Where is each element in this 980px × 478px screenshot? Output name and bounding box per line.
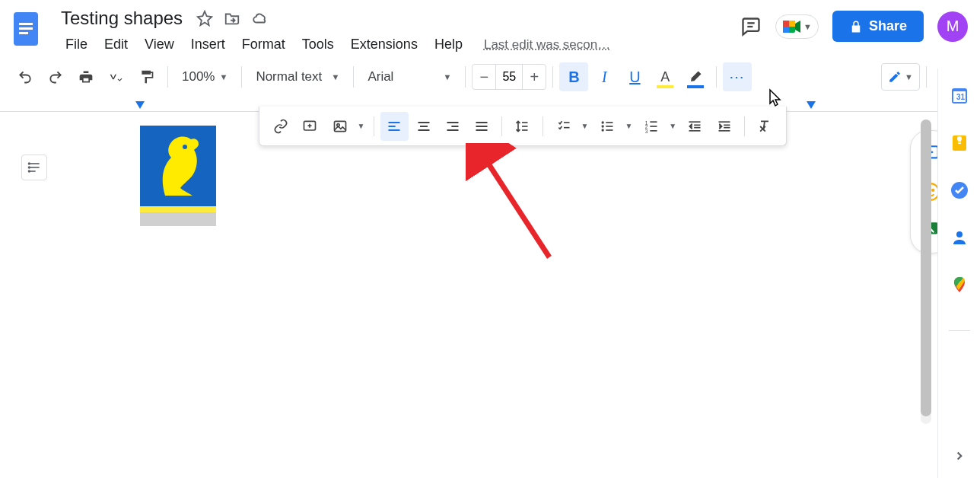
font-family-dropdown[interactable]: Arial▼ bbox=[360, 62, 459, 91]
bulleted-list-button[interactable] bbox=[593, 112, 622, 141]
chevron-down-icon[interactable]: ▼ bbox=[666, 122, 679, 130]
menu-view[interactable]: View bbox=[137, 33, 182, 56]
tasks-app-icon[interactable] bbox=[950, 181, 969, 199]
chevron-down-icon[interactable]: ▼ bbox=[578, 122, 592, 130]
separator bbox=[353, 66, 354, 88]
align-center-button[interactable] bbox=[410, 112, 438, 141]
separator bbox=[744, 116, 745, 136]
show-outline-button[interactable] bbox=[21, 155, 47, 180]
svg-rect-70 bbox=[958, 142, 961, 144]
menu-format[interactable]: Format bbox=[234, 33, 293, 56]
contacts-app-icon[interactable] bbox=[950, 228, 969, 247]
document-title[interactable]: Testing shapes bbox=[58, 6, 186, 30]
separator bbox=[949, 330, 970, 331]
clear-formatting-button[interactable] bbox=[751, 112, 778, 141]
comment-history-icon[interactable] bbox=[740, 16, 762, 37]
svg-text:31: 31 bbox=[956, 93, 966, 101]
decrease-indent-button[interactable] bbox=[681, 112, 708, 141]
scrollbar-thumb[interactable] bbox=[921, 120, 931, 416]
chevron-down-icon[interactable]: ▼ bbox=[622, 122, 635, 130]
lock-icon bbox=[849, 20, 863, 33]
svg-rect-3 bbox=[19, 32, 28, 34]
paragraph-style-dropdown[interactable]: Normal text▼ bbox=[248, 62, 347, 91]
last-edit-link[interactable]: Last edit was secon… bbox=[484, 37, 610, 53]
text-color-button[interactable]: A bbox=[651, 62, 679, 91]
calendar-app-icon[interactable]: 31 bbox=[950, 87, 969, 105]
knight-icon bbox=[150, 132, 206, 200]
chevron-down-icon[interactable]: ▼ bbox=[355, 122, 368, 130]
document-canvas[interactable] bbox=[0, 112, 980, 470]
cloud-status-icon[interactable] bbox=[251, 10, 269, 27]
svg-rect-13 bbox=[334, 121, 345, 131]
numbered-list-button[interactable]: 123 bbox=[637, 112, 666, 141]
svg-point-32 bbox=[602, 121, 604, 123]
svg-rect-8 bbox=[789, 21, 795, 27]
menu-edit[interactable]: Edit bbox=[97, 33, 135, 56]
docs-logo[interactable] bbox=[12, 11, 40, 47]
maps-app-icon[interactable] bbox=[950, 276, 969, 294]
share-button[interactable]: Share bbox=[832, 11, 924, 42]
star-icon[interactable] bbox=[196, 10, 213, 27]
separator bbox=[501, 116, 502, 136]
move-icon[interactable] bbox=[224, 10, 240, 27]
bold-button[interactable]: B bbox=[559, 62, 588, 91]
meet-button[interactable]: ▼ bbox=[775, 14, 819, 39]
menu-tools[interactable]: Tools bbox=[294, 33, 342, 56]
vertical-scrollbar[interactable] bbox=[921, 120, 931, 424]
align-justify-button[interactable] bbox=[468, 112, 495, 141]
chevron-down-icon: ▼ bbox=[905, 72, 913, 81]
separator bbox=[374, 116, 374, 136]
separator bbox=[465, 66, 466, 88]
chevron-down-icon: ▼ bbox=[443, 72, 451, 81]
editing-mode-dropdown[interactable]: ▼ bbox=[881, 63, 920, 91]
side-panel-toggle[interactable] bbox=[953, 449, 966, 463]
separator bbox=[241, 66, 242, 88]
inserted-image[interactable] bbox=[140, 126, 216, 226]
highlight-color-button[interactable] bbox=[681, 62, 710, 91]
font-size-decrease[interactable]: − bbox=[473, 69, 495, 86]
checklist-button[interactable] bbox=[549, 112, 578, 141]
svg-point-59 bbox=[29, 170, 30, 172]
svg-rect-1 bbox=[19, 23, 33, 25]
side-panel-rail: 31 bbox=[937, 69, 980, 478]
italic-button[interactable]: I bbox=[590, 62, 619, 91]
spellcheck-button[interactable] bbox=[102, 62, 131, 91]
menu-extensions[interactable]: Extensions bbox=[343, 33, 425, 56]
svg-point-57 bbox=[29, 163, 30, 164]
insert-image-button[interactable] bbox=[326, 112, 355, 141]
chevron-down-icon: ▼ bbox=[331, 72, 339, 81]
svg-text:3: 3 bbox=[645, 129, 648, 134]
menu-file[interactable]: File bbox=[58, 33, 95, 56]
svg-rect-9 bbox=[783, 27, 789, 33]
line-spacing-button[interactable] bbox=[508, 112, 536, 141]
add-comment-button[interactable] bbox=[296, 112, 323, 141]
svg-point-58 bbox=[29, 167, 30, 168]
menu-help[interactable]: Help bbox=[427, 33, 470, 56]
align-right-button[interactable] bbox=[439, 112, 466, 141]
account-avatar[interactable]: M bbox=[937, 11, 968, 42]
svg-point-33 bbox=[602, 125, 604, 127]
svg-rect-35 bbox=[606, 122, 613, 123]
font-size-increase[interactable]: + bbox=[523, 69, 546, 86]
keep-app-icon[interactable] bbox=[950, 134, 969, 152]
font-size-input[interactable] bbox=[495, 65, 523, 89]
underline-button[interactable]: U bbox=[620, 62, 649, 91]
redo-button[interactable] bbox=[41, 62, 70, 91]
more-options-button[interactable]: ⋯ bbox=[723, 62, 752, 91]
increase-indent-button[interactable] bbox=[710, 112, 737, 141]
svg-point-72 bbox=[956, 231, 963, 237]
svg-rect-36 bbox=[606, 126, 613, 127]
insert-link-button[interactable] bbox=[267, 112, 294, 141]
menu-insert[interactable]: Insert bbox=[183, 33, 233, 56]
svg-rect-2 bbox=[19, 27, 33, 30]
zoom-dropdown[interactable]: 100%▼ bbox=[174, 62, 235, 91]
svg-rect-7 bbox=[783, 21, 789, 27]
separator bbox=[552, 66, 553, 88]
paint-format-button[interactable] bbox=[132, 62, 161, 91]
chevron-down-icon: ▼ bbox=[803, 22, 812, 31]
share-button-label: Share bbox=[869, 18, 907, 34]
undo-button[interactable] bbox=[11, 62, 40, 91]
print-button[interactable] bbox=[72, 62, 100, 91]
align-left-button[interactable] bbox=[380, 112, 408, 141]
svg-rect-43 bbox=[651, 130, 657, 132]
